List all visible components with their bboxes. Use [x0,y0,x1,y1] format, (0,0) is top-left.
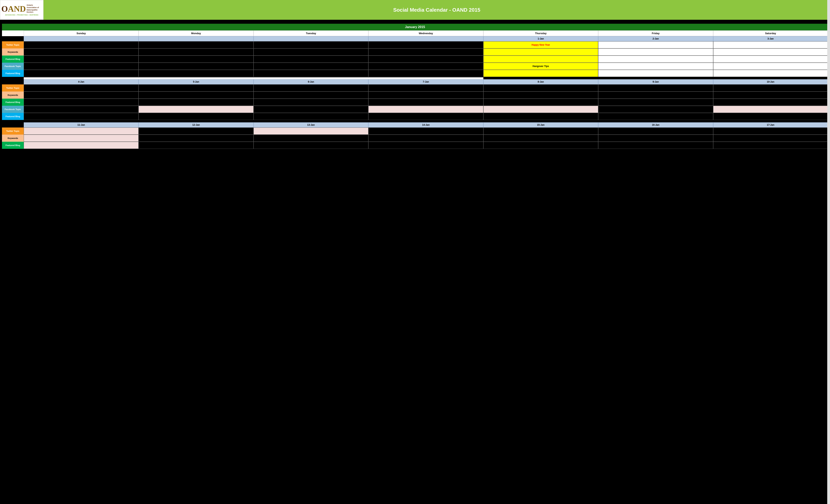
cell-w1-fbb-sun [24,70,138,77]
week-1-keywords-row: Keywords [2,49,828,56]
cell-w1-fb-sat [713,63,828,70]
date-cell-w2-thu: 8-Jan [483,79,598,85]
separator-2 [2,120,828,122]
cell-w3-kw-wed [369,135,483,142]
cell-w2-kw-sun [24,92,138,99]
sep2-6 [598,120,713,122]
cell-w2-fbb-sat [713,113,828,120]
label-keywords-w3: Keywords [2,135,24,142]
day-header-sunday: Sunday [24,30,138,36]
cell-w2-fbg-sun [24,99,138,106]
cell-w1-kw-wed [369,49,483,56]
cell-w1-kw-sat [713,49,828,56]
week-2-date-row: 4-Jan 5-Jan 6-Jan 7-Jan 8-Jan 9-Jan 10-J… [2,79,828,85]
date-cell-w1-tue [254,36,369,41]
day-header-saturday: Saturday [713,30,828,36]
date-cell-w1-wed [369,36,483,41]
cell-w1-fbb-fri [598,70,713,77]
date-cell-w2-wed: 7-Jan [369,79,483,85]
cell-w2-fbg-sat [713,99,828,106]
label-facebook-topic-w1: Facebook Topic [2,63,24,70]
cell-w3-fbg-sun [24,142,138,149]
cell-w2-fb-tue [254,106,369,113]
cell-w1-fbg-mon [138,56,253,63]
date-row-spacer-2 [2,79,24,85]
cell-w1-fbb-tue [254,70,369,77]
day-header-monday: Monday [138,30,253,36]
cell-w1-fbg-wed [369,56,483,63]
cell-w2-kw-fri [598,92,713,99]
cell-w1-fbg-tue [254,56,369,63]
date-cell-w1-sun [24,36,138,41]
main-area: January 2015 Sunday Monday Tuesday Wedne… [0,20,830,504]
week-2-featured-blog-blue-row: Featured Blog [2,113,828,120]
sep2-spacer [2,120,24,122]
cell-w1-fbb-sat [713,70,828,77]
date-cell-w3-wed: 14-Jan [369,122,483,127]
week-2-facebook-row: Facebook Topic [2,106,828,113]
week-1-featured-blog-blue-row: Featured Blog [2,70,828,77]
cell-w1-fbb-mon [138,70,253,77]
sep2-3 [254,120,369,122]
logo-tagline: ADVANCING • PROMOTING • INSPIRING [5,14,38,16]
cell-w1-fb-mon [138,63,253,70]
cell-w2-twitter-wed [369,85,483,92]
sep-w1-6 [598,77,713,79]
cell-w1-twitter-mon [138,41,253,49]
cell-w1-fb-thu: Hangover Tips [483,63,598,70]
cell-w1-kw-sun [24,49,138,56]
scrollbar[interactable] [827,0,830,504]
cell-w3-kw-fri [598,135,713,142]
sep-spacer [2,77,24,79]
cell-w3-twitter-tue [254,127,369,135]
day-header-wednesday: Wednesday [369,30,483,36]
logo-letters-and: AND [8,4,26,13]
cell-w3-twitter-mon [138,127,253,135]
date-cell-w3-thu: 15-Jan [483,122,598,127]
date-cell-w1-mon [138,36,253,41]
cell-w3-fbg-fri [598,142,713,149]
cell-w2-kw-sat [713,92,828,99]
cell-w3-kw-mon [138,135,253,142]
date-row-spacer-3 [2,122,24,127]
sep2-4 [369,120,483,122]
label-facebook-topic-w2: Facebook Topic [2,106,24,113]
date-cell-w2-sat: 10-Jan [713,79,828,85]
label-keywords-w2: Keywords [2,92,24,99]
logo-letter-o: O [1,4,8,13]
cell-w2-fbg-wed [369,99,483,106]
cell-w1-fb-fri [598,63,713,70]
cell-w2-kw-tue [254,92,369,99]
cell-w2-kw-mon [138,92,253,99]
cell-w2-kw-thu [483,92,598,99]
cell-w2-fbb-mon [138,113,253,120]
cell-w1-fbg-sun [24,56,138,63]
logo: O AND Ontario Association of Naturopathi… [0,0,43,20]
sep-w1-3 [254,77,369,79]
sep-w1-7 [713,77,828,79]
cell-w2-fbg-fri [598,99,713,106]
label-twitter-topic-w2: Twitter Topic [2,85,24,92]
cell-w2-fb-sun [24,106,138,113]
week-2-twitter-row: Twitter Topic [2,85,828,92]
cell-w1-kw-mon [138,49,253,56]
cell-w1-fb-sun [24,63,138,70]
label-featured-blog-blue-w1: Featured Blog [2,70,24,77]
cell-w1-kw-fri [598,49,713,56]
day-headers-row: Sunday Monday Tuesday Wednesday Thursday… [2,30,828,36]
cell-w2-fbg-tue [254,99,369,106]
day-header-friday: Friday [598,30,713,36]
date-cell-w3-sat: 17-Jan [713,122,828,127]
sep-w1-5 [483,77,598,79]
cell-w1-fbb-thu [483,70,598,77]
cell-w1-kw-tue [254,49,369,56]
cell-w3-fbg-tue [254,142,369,149]
day-header-spacer [2,30,24,36]
cell-w2-twitter-fri [598,85,713,92]
label-twitter-topic-w1: Twitter Topic [2,41,24,49]
cell-w2-fbg-thu [483,99,598,106]
date-cell-w2-sun: 4-Jan [24,79,138,85]
cell-w1-fbg-fri [598,56,713,63]
label-featured-blog-green-w1: Featured Blog [2,56,24,63]
cell-w1-twitter-sat [713,41,828,49]
